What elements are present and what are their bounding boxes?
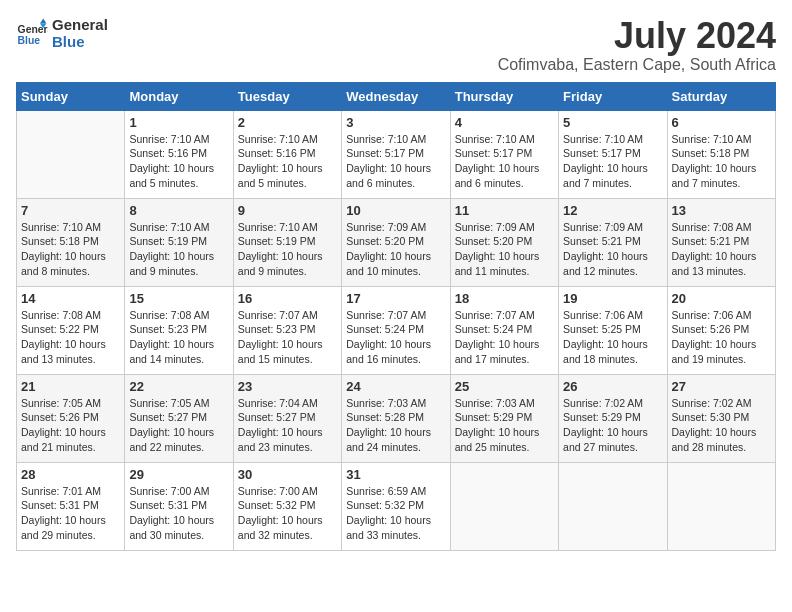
cell-content: Sunrise: 7:10 AMSunset: 5:19 PMDaylight:…: [129, 220, 228, 279]
day-number: 4: [455, 115, 554, 130]
cell-content: Sunrise: 7:05 AMSunset: 5:26 PMDaylight:…: [21, 396, 120, 455]
cell-content: Sunrise: 7:06 AMSunset: 5:26 PMDaylight:…: [672, 308, 771, 367]
weekday-header-tuesday: Tuesday: [233, 82, 341, 110]
calendar-cell: 12Sunrise: 7:09 AMSunset: 5:21 PMDayligh…: [559, 198, 667, 286]
weekday-header-wednesday: Wednesday: [342, 82, 450, 110]
cell-content: Sunrise: 7:08 AMSunset: 5:21 PMDaylight:…: [672, 220, 771, 279]
day-number: 24: [346, 379, 445, 394]
calendar-cell: 22Sunrise: 7:05 AMSunset: 5:27 PMDayligh…: [125, 374, 233, 462]
weekday-header-row: SundayMondayTuesdayWednesdayThursdayFrid…: [17, 82, 776, 110]
cell-content: Sunrise: 7:10 AMSunset: 5:17 PMDaylight:…: [563, 132, 662, 191]
weekday-header-thursday: Thursday: [450, 82, 558, 110]
cell-content: Sunrise: 7:03 AMSunset: 5:29 PMDaylight:…: [455, 396, 554, 455]
calendar-cell: 23Sunrise: 7:04 AMSunset: 5:27 PMDayligh…: [233, 374, 341, 462]
cell-content: Sunrise: 7:02 AMSunset: 5:29 PMDaylight:…: [563, 396, 662, 455]
calendar-cell: 18Sunrise: 7:07 AMSunset: 5:24 PMDayligh…: [450, 286, 558, 374]
calendar-cell: 29Sunrise: 7:00 AMSunset: 5:31 PMDayligh…: [125, 462, 233, 550]
cell-content: Sunrise: 7:10 AMSunset: 5:18 PMDaylight:…: [21, 220, 120, 279]
cell-content: Sunrise: 7:04 AMSunset: 5:27 PMDaylight:…: [238, 396, 337, 455]
cell-content: Sunrise: 7:01 AMSunset: 5:31 PMDaylight:…: [21, 484, 120, 543]
calendar-cell: 17Sunrise: 7:07 AMSunset: 5:24 PMDayligh…: [342, 286, 450, 374]
calendar-cell: 25Sunrise: 7:03 AMSunset: 5:29 PMDayligh…: [450, 374, 558, 462]
calendar-cell: 10Sunrise: 7:09 AMSunset: 5:20 PMDayligh…: [342, 198, 450, 286]
svg-text:Blue: Blue: [18, 35, 41, 46]
cell-content: Sunrise: 7:07 AMSunset: 5:23 PMDaylight:…: [238, 308, 337, 367]
day-number: 18: [455, 291, 554, 306]
cell-content: Sunrise: 7:03 AMSunset: 5:28 PMDaylight:…: [346, 396, 445, 455]
calendar-cell: 6Sunrise: 7:10 AMSunset: 5:18 PMDaylight…: [667, 110, 775, 198]
calendar-week-row: 28Sunrise: 7:01 AMSunset: 5:31 PMDayligh…: [17, 462, 776, 550]
day-number: 10: [346, 203, 445, 218]
day-number: 6: [672, 115, 771, 130]
calendar-cell: 2Sunrise: 7:10 AMSunset: 5:16 PMDaylight…: [233, 110, 341, 198]
weekday-header-monday: Monday: [125, 82, 233, 110]
day-number: 15: [129, 291, 228, 306]
calendar-cell: 4Sunrise: 7:10 AMSunset: 5:17 PMDaylight…: [450, 110, 558, 198]
calendar-week-row: 21Sunrise: 7:05 AMSunset: 5:26 PMDayligh…: [17, 374, 776, 462]
day-number: 20: [672, 291, 771, 306]
cell-content: Sunrise: 7:09 AMSunset: 5:21 PMDaylight:…: [563, 220, 662, 279]
cell-content: Sunrise: 7:00 AMSunset: 5:31 PMDaylight:…: [129, 484, 228, 543]
calendar-cell: 21Sunrise: 7:05 AMSunset: 5:26 PMDayligh…: [17, 374, 125, 462]
calendar-cell: 13Sunrise: 7:08 AMSunset: 5:21 PMDayligh…: [667, 198, 775, 286]
calendar-cell: 28Sunrise: 7:01 AMSunset: 5:31 PMDayligh…: [17, 462, 125, 550]
day-number: 2: [238, 115, 337, 130]
cell-content: Sunrise: 7:07 AMSunset: 5:24 PMDaylight:…: [346, 308, 445, 367]
day-number: 13: [672, 203, 771, 218]
calendar-cell: 8Sunrise: 7:10 AMSunset: 5:19 PMDaylight…: [125, 198, 233, 286]
calendar-week-row: 7Sunrise: 7:10 AMSunset: 5:18 PMDaylight…: [17, 198, 776, 286]
day-number: 25: [455, 379, 554, 394]
cell-content: Sunrise: 7:09 AMSunset: 5:20 PMDaylight:…: [455, 220, 554, 279]
cell-content: Sunrise: 7:00 AMSunset: 5:32 PMDaylight:…: [238, 484, 337, 543]
calendar-table: SundayMondayTuesdayWednesdayThursdayFrid…: [16, 82, 776, 551]
calendar-cell: [667, 462, 775, 550]
day-number: 14: [21, 291, 120, 306]
day-number: 12: [563, 203, 662, 218]
day-number: 11: [455, 203, 554, 218]
calendar-cell: 27Sunrise: 7:02 AMSunset: 5:30 PMDayligh…: [667, 374, 775, 462]
calendar-cell: 26Sunrise: 7:02 AMSunset: 5:29 PMDayligh…: [559, 374, 667, 462]
calendar-cell: [17, 110, 125, 198]
cell-content: Sunrise: 7:10 AMSunset: 5:17 PMDaylight:…: [455, 132, 554, 191]
cell-content: Sunrise: 7:10 AMSunset: 5:18 PMDaylight:…: [672, 132, 771, 191]
day-number: 9: [238, 203, 337, 218]
cell-content: Sunrise: 7:08 AMSunset: 5:23 PMDaylight:…: [129, 308, 228, 367]
month-title: July 2024: [498, 16, 776, 56]
day-number: 17: [346, 291, 445, 306]
day-number: 16: [238, 291, 337, 306]
day-number: 3: [346, 115, 445, 130]
day-number: 8: [129, 203, 228, 218]
cell-content: Sunrise: 7:08 AMSunset: 5:22 PMDaylight:…: [21, 308, 120, 367]
calendar-cell: [450, 462, 558, 550]
day-number: 19: [563, 291, 662, 306]
calendar-cell: 1Sunrise: 7:10 AMSunset: 5:16 PMDaylight…: [125, 110, 233, 198]
logo-icon: General Blue: [16, 17, 48, 49]
calendar-cell: [559, 462, 667, 550]
cell-content: Sunrise: 7:02 AMSunset: 5:30 PMDaylight:…: [672, 396, 771, 455]
cell-content: Sunrise: 7:10 AMSunset: 5:16 PMDaylight:…: [129, 132, 228, 191]
cell-content: Sunrise: 7:10 AMSunset: 5:16 PMDaylight:…: [238, 132, 337, 191]
cell-content: Sunrise: 7:10 AMSunset: 5:19 PMDaylight:…: [238, 220, 337, 279]
day-number: 7: [21, 203, 120, 218]
calendar-cell: 30Sunrise: 7:00 AMSunset: 5:32 PMDayligh…: [233, 462, 341, 550]
day-number: 31: [346, 467, 445, 482]
calendar-cell: 15Sunrise: 7:08 AMSunset: 5:23 PMDayligh…: [125, 286, 233, 374]
day-number: 23: [238, 379, 337, 394]
cell-content: Sunrise: 7:10 AMSunset: 5:17 PMDaylight:…: [346, 132, 445, 191]
page-header: General Blue General Blue July 2024 Cofi…: [16, 16, 776, 74]
calendar-cell: 5Sunrise: 7:10 AMSunset: 5:17 PMDaylight…: [559, 110, 667, 198]
day-number: 22: [129, 379, 228, 394]
weekday-header-sunday: Sunday: [17, 82, 125, 110]
cell-content: Sunrise: 7:05 AMSunset: 5:27 PMDaylight:…: [129, 396, 228, 455]
day-number: 30: [238, 467, 337, 482]
cell-content: Sunrise: 6:59 AMSunset: 5:32 PMDaylight:…: [346, 484, 445, 543]
calendar-cell: 9Sunrise: 7:10 AMSunset: 5:19 PMDaylight…: [233, 198, 341, 286]
cell-content: Sunrise: 7:09 AMSunset: 5:20 PMDaylight:…: [346, 220, 445, 279]
svg-marker-2: [40, 19, 46, 24]
calendar-cell: 7Sunrise: 7:10 AMSunset: 5:18 PMDaylight…: [17, 198, 125, 286]
day-number: 5: [563, 115, 662, 130]
cell-content: Sunrise: 7:07 AMSunset: 5:24 PMDaylight:…: [455, 308, 554, 367]
calendar-cell: 31Sunrise: 6:59 AMSunset: 5:32 PMDayligh…: [342, 462, 450, 550]
calendar-cell: 14Sunrise: 7:08 AMSunset: 5:22 PMDayligh…: [17, 286, 125, 374]
day-number: 27: [672, 379, 771, 394]
